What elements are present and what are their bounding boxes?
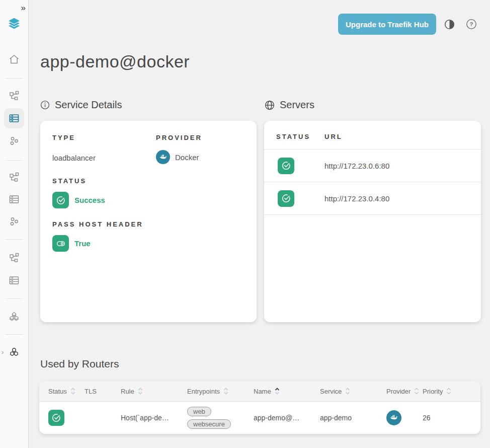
- success-badge: [52, 192, 69, 208]
- status-value-row: Success: [52, 192, 105, 208]
- sort-icon: [70, 387, 75, 395]
- sort-icon: [414, 387, 419, 395]
- column-header-name[interactable]: Name: [254, 381, 320, 401]
- sidebar-divider: [5, 160, 23, 161]
- sort-asc-active-icon: [275, 387, 280, 395]
- provider-value-row: Docker: [156, 150, 199, 164]
- sidebar-item-tcp-middlewares[interactable]: [4, 211, 24, 232]
- routers-icon: [8, 252, 20, 264]
- info-icon: [40, 100, 50, 110]
- hub-icon: [8, 346, 21, 359]
- sidebar-item-tcp-services[interactable]: [4, 189, 24, 209]
- server-url: http://172.23.0.6:80: [324, 162, 389, 170]
- sort-icon: [446, 387, 451, 395]
- sidebar-item-plugins[interactable]: [4, 307, 24, 327]
- sort-icon: [345, 387, 350, 395]
- pass-host-header-row: True: [52, 235, 91, 252]
- used-by-routers-title: Used by Routers: [40, 358, 119, 370]
- svg-text:?: ?: [470, 21, 473, 27]
- server-row[interactable]: http://172.23.0.6:80: [264, 150, 481, 182]
- sidebar-divider: [5, 78, 23, 79]
- sidebar: »: [0, 0, 29, 448]
- router-priority-cell: 26: [423, 402, 480, 434]
- check-circle-icon: [281, 193, 291, 203]
- toggle-badge: [52, 235, 69, 252]
- check-circle-icon: [281, 161, 291, 171]
- server-url: http://172.23.0.4:80: [324, 194, 389, 203]
- success-badge: [278, 190, 294, 207]
- plugins-icon: [8, 311, 21, 324]
- contrast-icon: [444, 19, 455, 30]
- provider-label: PROVIDER: [156, 134, 202, 141]
- router-rule-cell: Host(`app-de…: [121, 402, 187, 434]
- column-header-rule[interactable]: Rule: [121, 381, 187, 401]
- sidebar-item-udp-routers[interactable]: [4, 248, 24, 268]
- hub-expand-chevron-icon[interactable]: ›: [2, 348, 4, 356]
- routers-icon: [8, 90, 20, 102]
- docker-provider-icon: [386, 410, 401, 425]
- sort-icon: [223, 387, 228, 395]
- routers-table-header: Status TLS Rule Entrypoints Name: [39, 381, 480, 402]
- servers-status-column: STATUS: [276, 133, 310, 140]
- success-badge: [278, 158, 294, 174]
- middlewares-icon: [8, 135, 20, 147]
- sidebar-item-udp-services[interactable]: [4, 270, 24, 290]
- service-details-header: Service Details: [40, 99, 122, 111]
- column-header-entrypoints[interactable]: Entrypoints: [187, 381, 254, 401]
- router-entrypoints-cell: web websecure: [187, 402, 254, 434]
- sidebar-item-tcp-routers[interactable]: [4, 167, 24, 187]
- server-row[interactable]: http://172.23.0.4:80: [264, 182, 481, 215]
- column-header-service[interactable]: Service: [320, 381, 386, 401]
- service-details-title: Service Details: [55, 99, 122, 111]
- servers-table-head: STATUS URL: [264, 133, 481, 149]
- home-icon: [8, 53, 20, 65]
- used-by-routers-table: Status TLS Rule Entrypoints Name: [39, 381, 480, 434]
- sidebar-item-http-routers[interactable]: [4, 86, 24, 106]
- provider-value: Docker: [175, 153, 199, 162]
- page-title: app-demo@docker: [40, 52, 190, 71]
- servers-title: Servers: [280, 99, 314, 111]
- services-icon: [8, 193, 20, 205]
- column-header-tls[interactable]: TLS: [85, 381, 121, 401]
- help-icon: ?: [466, 19, 477, 30]
- docker-provider-icon: [156, 150, 170, 164]
- services-icon: [8, 112, 20, 124]
- sidebar-divider: [5, 239, 23, 240]
- router-row[interactable]: Host(`app-de… web websecure app-demo@… a…: [39, 402, 480, 434]
- sidebar-collapse-icon[interactable]: »: [21, 3, 26, 13]
- column-header-provider[interactable]: Provider: [386, 381, 423, 401]
- status-label: STATUS: [52, 177, 87, 185]
- sidebar-divider: [5, 334, 23, 335]
- column-header-priority[interactable]: Priority: [423, 381, 480, 401]
- servers-header: Servers: [265, 99, 314, 111]
- sidebar-item-hub[interactable]: [4, 342, 24, 362]
- sidebar-item-dashboard[interactable]: [4, 49, 24, 69]
- check-circle-icon: [56, 195, 66, 205]
- check-circle-icon: [51, 413, 61, 423]
- sidebar-divider: [5, 298, 23, 299]
- router-status-cell: [48, 402, 85, 434]
- help-button[interactable]: ?: [466, 19, 477, 32]
- pass-host-header-label: PASS HOST HEADER: [52, 220, 143, 228]
- router-name-cell: app-demo@…: [254, 402, 320, 434]
- servers-table-body: http://172.23.0.6:80 http://172.23.0.4:8…: [264, 149, 481, 215]
- servers-card: STATUS URL http://172.23.0.6:80 http://1…: [264, 121, 481, 322]
- pass-host-header-value: True: [74, 239, 91, 248]
- routers-icon: [8, 171, 20, 183]
- theme-contrast-toggle[interactable]: [444, 19, 455, 32]
- sort-icon: [138, 387, 143, 395]
- servers-url-column: URL: [324, 133, 343, 140]
- toggle-on-icon: [56, 239, 66, 249]
- column-header-status[interactable]: Status: [48, 381, 85, 401]
- entrypoint-pill: web: [187, 407, 211, 416]
- router-provider-cell: [386, 402, 423, 434]
- services-icon: [8, 274, 20, 286]
- upgrade-to-traefik-hub-button[interactable]: Upgrade to Traefik Hub: [338, 14, 436, 35]
- middlewares-icon: [8, 215, 20, 228]
- service-details-card: TYPE loadbalancer PROVIDER Docker STATUS: [40, 121, 257, 322]
- sidebar-item-http-middlewares[interactable]: [4, 131, 24, 151]
- globe-icon: [265, 100, 275, 110]
- sidebar-item-http-services[interactable]: [4, 108, 24, 128]
- type-label: TYPE: [52, 134, 75, 141]
- traefik-logo[interactable]: [7, 16, 22, 32]
